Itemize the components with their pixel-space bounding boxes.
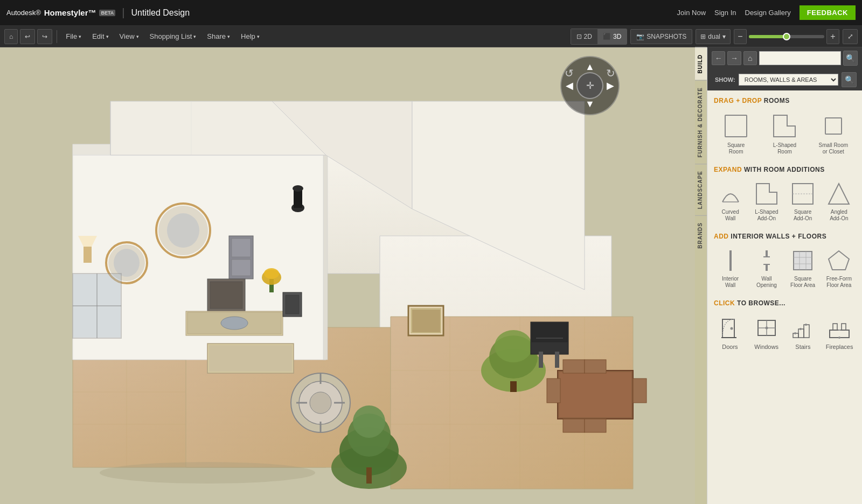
freeform-floor-shape	[826, 248, 852, 274]
expand-highlight: EXPAND	[714, 166, 742, 173]
share-arrow: ▾	[227, 34, 230, 39]
viewport[interactable]: ↺ ▲ ◀ ✛ ▶ ▼ ↻	[0, 47, 695, 504]
svg-rect-43	[286, 295, 299, 314]
sidebar-back-button[interactable]: ←	[712, 51, 725, 65]
svg-rect-36	[232, 260, 251, 276]
sidebar-search-input[interactable]	[759, 51, 841, 65]
shopping-list-menu[interactable]: Shopping List ▾	[145, 29, 201, 44]
svg-rect-121	[842, 324, 846, 330]
camera-icon: 📷	[636, 33, 644, 40]
square-room-label: SquareRoom	[727, 142, 745, 155]
view-3d-button[interactable]: ⬛ 3D	[597, 29, 627, 44]
dual-button[interactable]: ⊞ dual ▾	[696, 29, 731, 44]
file-menu[interactable]: File ▾	[61, 29, 86, 44]
angled-addon-item[interactable]: AngledAdd-On	[823, 179, 856, 224]
help-menu[interactable]: Help ▾	[237, 29, 264, 44]
sidebar-forward-button[interactable]: →	[727, 51, 741, 65]
square-floor-item[interactable]: SquareFloor Area	[787, 246, 819, 291]
doors-label: Doors	[722, 344, 738, 350]
topbar: Autodesk® Homestyler™ BETA | Untitled De…	[0, 0, 862, 26]
svg-point-82	[293, 185, 303, 192]
wall-opening-item[interactable]: WallOpening	[750, 246, 783, 291]
file-arrow: ▾	[79, 34, 81, 39]
curved-wall-shape	[718, 181, 743, 207]
tab-brands[interactable]: BRANDS	[695, 215, 707, 255]
fireplaces-browse-item[interactable]: Fireplaces	[823, 312, 856, 352]
svg-rect-119	[830, 330, 849, 338]
pan-up-button[interactable]: ▲	[585, 61, 595, 73]
svg-rect-35	[232, 239, 251, 257]
windows-label: Windows	[754, 344, 778, 350]
l-addon-item[interactable]: L-ShapedAdd-On	[750, 179, 783, 224]
undo-button[interactable]: ↩	[20, 29, 35, 44]
room-scene	[0, 47, 695, 504]
zoom-bar: − +	[734, 29, 839, 44]
interior-wall-item[interactable]: InteriorWall	[714, 246, 747, 291]
dual-label: dual	[708, 33, 720, 40]
freeform-floor-item[interactable]: Free-FormFloor Area	[823, 246, 856, 291]
drag-drop-normal: ROOMS	[764, 97, 790, 104]
curved-wall-item[interactable]: Curved Wall	[714, 179, 747, 224]
small-room-item[interactable]: Small Roomor Closet	[811, 110, 856, 157]
svg-point-117	[800, 328, 802, 330]
interior-wall-shape	[718, 248, 743, 274]
l-shaped-room-item[interactable]: L-ShapedRoom	[762, 110, 807, 157]
design-gallery-link[interactable]: Design Gallery	[745, 9, 791, 17]
svg-point-30	[114, 249, 140, 277]
pan-left-button[interactable]: ◀	[566, 80, 573, 92]
svg-rect-78	[84, 247, 92, 263]
section-expand-title: EXPAND WITH ROOM ADDITIONS	[714, 166, 856, 173]
svg-rect-19	[323, 155, 328, 360]
feedback-button[interactable]: FEEDBACK	[800, 5, 856, 20]
sidebar-search-button[interactable]: 🔍	[843, 51, 858, 66]
zoom-track[interactable]	[749, 35, 824, 38]
view-2d-button[interactable]: ⊡ 2D	[571, 29, 597, 44]
zoom-thumb	[783, 33, 790, 40]
sidebar-home-button[interactable]: ⌂	[743, 51, 757, 65]
svg-point-48	[310, 392, 331, 414]
sign-in-link[interactable]: Sign In	[714, 9, 736, 17]
windows-browse-item[interactable]: Windows	[750, 312, 783, 352]
doors-browse-item[interactable]: Doors	[714, 312, 746, 352]
square-addon-item[interactable]: SquareAdd-On	[787, 179, 819, 224]
svg-rect-100	[794, 251, 812, 270]
svg-point-41	[221, 317, 248, 330]
rotate-right-button[interactable]: ↻	[606, 67, 615, 80]
rotate-left-button[interactable]: ↺	[565, 67, 574, 80]
tab-furnish[interactable]: FURNISH & DECORATE	[695, 80, 707, 164]
show-select[interactable]: ROOMS, WALLS & AREAS	[739, 74, 838, 86]
l-addon-label: L-ShapedAdd-On	[755, 209, 778, 222]
svg-rect-70	[633, 379, 646, 403]
share-menu[interactable]: Share ▾	[203, 29, 234, 44]
interior-highlight: ADD	[714, 233, 729, 240]
sidebar-tabs: BUILD FURNISH & DECORATE LANDSCAPE BRAND…	[695, 47, 707, 504]
square-room-item[interactable]: SquareRoom	[714, 110, 758, 157]
snapshots-button[interactable]: 📷 SNAPSHOTS	[630, 29, 692, 44]
help-label: Help	[241, 32, 255, 40]
redo-button[interactable]: ↪	[37, 29, 52, 44]
nav-center[interactable]: ✛	[576, 72, 603, 99]
shopping-list-arrow: ▾	[193, 34, 196, 39]
fullscreen-button[interactable]: ⤢	[843, 29, 858, 44]
tab-build[interactable]: BUILD	[695, 47, 707, 80]
view-2d-label: 2D	[584, 33, 592, 40]
room-grid: SquareRoom L-ShapedRoom	[714, 110, 856, 157]
sidebar-search-icon-btn[interactable]: 🔍	[842, 72, 857, 87]
wall-opening-shape	[754, 248, 780, 274]
tab-landscape[interactable]: LANDSCAPE	[695, 164, 707, 215]
stairs-label: Stairs	[795, 344, 810, 350]
svg-rect-38	[210, 282, 242, 309]
home-button[interactable]: ⌂	[4, 29, 18, 44]
svg-point-107	[730, 327, 733, 330]
view-menu[interactable]: View ▾	[115, 29, 143, 44]
section-drag-drop-title: DRAG + DROP ROOMS	[714, 97, 856, 104]
zoom-in-button[interactable]: +	[826, 29, 839, 44]
join-now-link[interactable]: Join Now	[677, 9, 706, 17]
pan-right-button[interactable]: ▶	[607, 80, 614, 92]
dual-arrow: ▾	[722, 33, 726, 40]
stairs-browse-item[interactable]: Stairs	[787, 312, 819, 352]
edit-menu[interactable]: Edit ▾	[88, 29, 113, 44]
homestyler-label: Homestyler™	[44, 8, 96, 17]
zoom-out-button[interactable]: −	[734, 29, 747, 44]
pan-down-button[interactable]: ▼	[585, 99, 595, 110]
